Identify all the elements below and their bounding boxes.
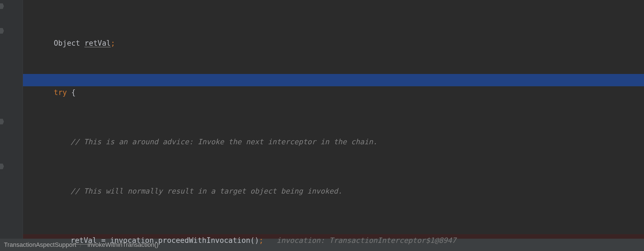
code-editor[interactable]: Object retVal; try { // This is an aroun… xyxy=(0,0,644,251)
breadcrumb-class[interactable]: TransactionAspectSupport xyxy=(4,241,76,248)
code-line[interactable]: // This is an around advice: Invoke the … xyxy=(23,136,644,148)
gutter-fold-marker[interactable] xyxy=(0,3,4,9)
code-area[interactable]: Object retVal; try { // This is an aroun… xyxy=(23,0,644,239)
semicolon: ; xyxy=(259,236,263,245)
gutter-fold-marker[interactable] xyxy=(0,164,4,169)
brace: { xyxy=(67,88,76,97)
type-name: Object xyxy=(54,39,80,47)
comment: // This will normally result in a target… xyxy=(71,187,342,195)
inline-debug-hint: invocation: TransactionInterceptor$1@894… xyxy=(277,236,456,245)
semicolon: ; xyxy=(111,39,115,47)
method-call: invocation.proceedWithInvocation() xyxy=(110,236,259,245)
code-line[interactable]: Object retVal; xyxy=(23,37,644,49)
gutter-fold-marker[interactable] xyxy=(0,119,4,124)
code-line[interactable]: // This will normally result in a target… xyxy=(23,185,644,197)
gutter-fold-marker[interactable] xyxy=(0,28,4,34)
comment: // This is an around advice: Invoke the … xyxy=(71,138,377,146)
gutter[interactable] xyxy=(0,0,23,239)
assign-op: = xyxy=(97,236,110,245)
keyword-try: try xyxy=(54,88,67,97)
variable-name: retVal xyxy=(71,236,97,245)
variable-name: retVal xyxy=(85,39,111,47)
code-line[interactable]: try { xyxy=(23,86,644,99)
